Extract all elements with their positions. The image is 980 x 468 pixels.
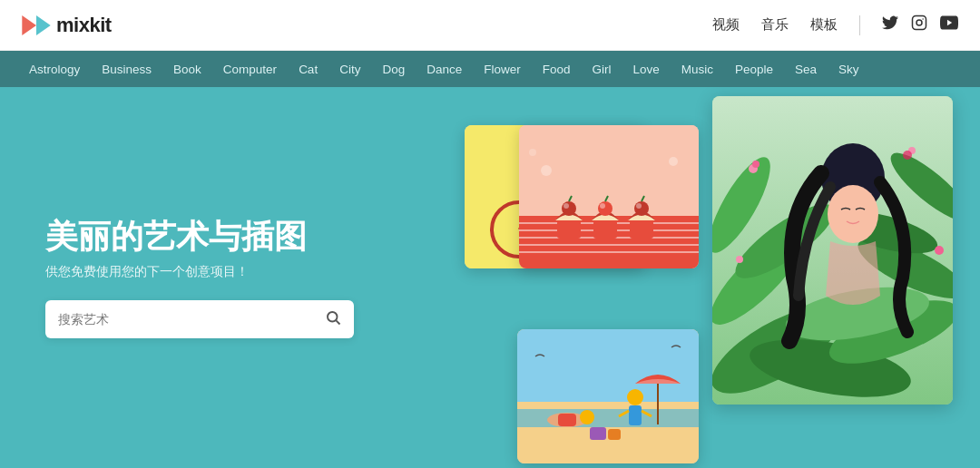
hero-section: 美丽的艺术与插图 供您免费使用您的下一个创意项目！ (0, 87, 980, 468)
category-business[interactable]: Business (91, 51, 162, 87)
svg-point-21 (752, 161, 760, 168)
svg-rect-64 (517, 409, 699, 427)
svg-point-59 (541, 165, 552, 176)
svg-rect-69 (629, 405, 642, 425)
svg-point-19 (828, 185, 878, 243)
category-cat[interactable]: Cat (288, 51, 328, 87)
cupcakes-illustration (519, 125, 699, 268)
svg-marker-0 (22, 15, 36, 35)
svg-point-23 (903, 151, 912, 160)
svg-line-6 (336, 320, 339, 324)
category-sea[interactable]: Sea (784, 51, 828, 87)
logo-area: mixkit (22, 14, 112, 37)
category-flower[interactable]: Flower (473, 51, 532, 87)
header-divider (859, 15, 860, 35)
social-icons (882, 15, 958, 35)
category-dog[interactable]: Dog (371, 51, 416, 87)
svg-point-61 (529, 149, 536, 156)
category-book[interactable]: Book (162, 51, 212, 87)
category-music[interactable]: Music (671, 51, 724, 87)
logo-text: mixkit (56, 14, 112, 37)
youtube-icon[interactable] (940, 15, 958, 34)
nav-music[interactable]: 音乐 (761, 16, 789, 34)
svg-marker-1 (36, 15, 51, 35)
svg-point-49 (564, 203, 569, 209)
hero-images (399, 87, 980, 468)
header-nav: 视频 音乐 模板 (712, 16, 838, 34)
category-girl[interactable]: Girl (581, 51, 622, 87)
card-cupcakes[interactable] (519, 125, 699, 268)
svg-rect-74 (608, 429, 621, 440)
category-sky[interactable]: Sky (828, 51, 870, 87)
logo-mark-icon (22, 15, 51, 35)
svg-rect-47 (557, 220, 581, 239)
instagram-icon[interactable] (911, 15, 927, 35)
svg-point-57 (636, 203, 642, 209)
svg-point-4 (922, 18, 924, 20)
svg-point-24 (736, 256, 743, 263)
svg-point-68 (627, 389, 643, 405)
header-right: 视频 音乐 模板 (712, 15, 958, 35)
svg-point-48 (562, 201, 576, 216)
svg-point-66 (580, 410, 594, 424)
nav-videos[interactable]: 视频 (712, 16, 740, 34)
svg-rect-62 (517, 329, 699, 402)
svg-rect-2 (913, 16, 926, 30)
svg-point-52 (598, 201, 612, 216)
svg-rect-55 (630, 220, 653, 239)
svg-point-5 (328, 312, 338, 322)
category-city[interactable]: City (328, 51, 371, 87)
beach-illustration (517, 329, 699, 463)
svg-rect-73 (590, 427, 606, 440)
nav-templates[interactable]: 模板 (810, 16, 838, 34)
svg-point-53 (600, 203, 605, 209)
search-input[interactable] (58, 312, 325, 327)
category-food[interactable]: Food (532, 51, 582, 87)
card-beach[interactable] (517, 329, 699, 463)
svg-rect-51 (593, 220, 617, 239)
hero-text: 美丽的艺术与插图 供您免费使用您的下一个创意项目！ (45, 217, 390, 337)
category-dance[interactable]: Dance (416, 51, 473, 87)
category-nav: Astrology Business Book Computer Cat Cit… (0, 51, 980, 87)
category-people[interactable]: People (724, 51, 784, 87)
card-girl-leaves[interactable] (712, 96, 953, 405)
svg-point-25 (935, 246, 944, 255)
category-astrology[interactable]: Astrology (18, 51, 91, 87)
svg-point-56 (634, 201, 649, 216)
hero-subtitle: 供您免费使用您的下一个创意项目！ (45, 264, 390, 280)
header: mixkit 视频 音乐 模板 (0, 0, 980, 51)
hero-title: 美丽的艺术与插图 (45, 217, 390, 256)
category-love[interactable]: Love (622, 51, 670, 87)
svg-rect-67 (558, 414, 576, 426)
search-bar (45, 300, 354, 338)
svg-point-60 (669, 157, 678, 166)
svg-point-3 (916, 20, 922, 25)
twitter-icon[interactable] (882, 15, 898, 34)
search-icon[interactable] (325, 309, 341, 329)
girl-leaves-illustration (712, 96, 953, 405)
category-computer[interactable]: Computer (212, 51, 288, 87)
